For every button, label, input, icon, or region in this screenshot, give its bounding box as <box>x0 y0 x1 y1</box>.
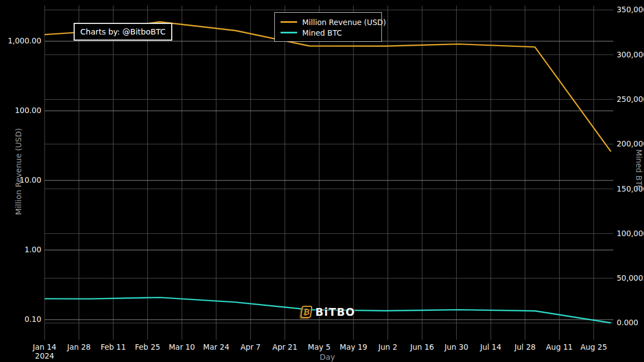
legend: Million Revenue (USD) Mined BTC <box>274 12 382 42</box>
date-tick-label: Jul 14 <box>480 343 501 351</box>
legend-item-revenue[interactable]: Million Revenue (USD) <box>280 17 376 27</box>
right-tick-label: 250,000.000 <box>617 95 644 104</box>
right-axis-title: Mined BTC <box>635 149 643 190</box>
date-tick-label: Apr 7 <box>240 343 260 351</box>
right-tick-label: 350,000.000 <box>617 5 644 14</box>
left-axis-title: Million Revenue (USD) <box>14 128 23 215</box>
left-tick-label: 0.10 <box>25 315 41 324</box>
right-tick-label: 300,000.000 <box>617 50 644 59</box>
legend-label-revenue: Million Revenue (USD) <box>302 18 386 27</box>
date-tick-label: Mar 24 <box>203 343 229 351</box>
left-tick-label: 1,000.00 <box>8 36 41 45</box>
date-tick-label: Aug 25 <box>580 343 607 351</box>
date-tick-label: Aug 11 <box>546 343 573 351</box>
x-axis-title: Day <box>319 353 335 361</box>
legend-item-mined-btc[interactable]: Mined BTC <box>280 27 376 38</box>
date-tick-label: Jan 28 <box>66 343 90 351</box>
left-tick-label: 10.00 <box>20 175 41 184</box>
date-tick-label-year: 2024 <box>35 351 54 360</box>
right-tick-label: 200,000.000 <box>617 139 644 148</box>
legend-label-mined-btc: Mined BTC <box>302 28 342 37</box>
left-tick-label: 100.00 <box>15 106 41 115</box>
date-tick-label: Jun 2 <box>378 343 398 351</box>
date-tick-label: Mar 10 <box>169 343 195 351</box>
date-tick-label: Apr 21 <box>272 343 297 351</box>
right-tick-label: 0.000 <box>617 318 638 327</box>
date-tick-label: Jun 30 <box>444 343 468 351</box>
credit-badge: Charts by: @BitboBTC <box>74 23 172 41</box>
date-tick-label: Feb 25 <box>135 343 160 351</box>
date-tick-label: Jul 28 <box>514 343 536 351</box>
date-tick-label: May 19 <box>340 343 367 351</box>
date-tick-label: Feb 11 <box>100 343 125 351</box>
bitbo-logo-text: BiTBO <box>315 306 355 318</box>
right-tick-label: 100,000.000 <box>617 229 644 238</box>
bitbo-watermark: ₿ BiTBO <box>301 306 356 318</box>
right-tick-label: 50,000.000 <box>617 273 644 282</box>
chart-canvas: 1,000.00100.0010.001.000.10350,000.00030… <box>0 0 644 362</box>
bitcoin-coin-icon: ₿ <box>300 306 313 318</box>
date-tick-label: May 5 <box>308 343 331 351</box>
mined-btc-line-swatch <box>280 32 297 33</box>
date-tick-label: Jan 14 <box>32 343 56 351</box>
date-tick-label: Jun 16 <box>410 343 434 351</box>
revenue-line-swatch <box>280 21 297 23</box>
left-tick-label: 1.00 <box>25 245 41 254</box>
credit-text: Charts by: @BitboBTC <box>80 27 166 36</box>
